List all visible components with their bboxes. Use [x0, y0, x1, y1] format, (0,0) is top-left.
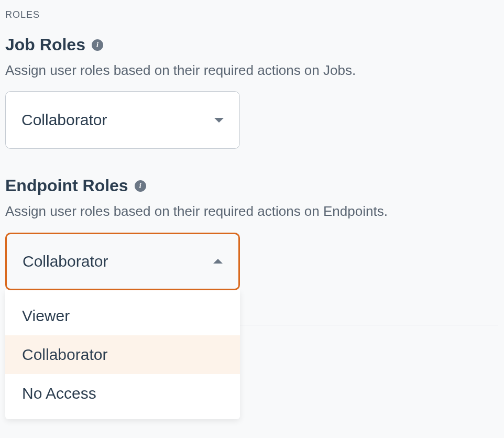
endpoint-roles-description: Assign user roles based on their require…: [5, 202, 499, 221]
job-roles-select[interactable]: Collaborator: [5, 91, 240, 149]
chevron-up-icon: [213, 259, 223, 264]
endpoint-roles-dropdown: Viewer Collaborator No Access: [5, 290, 240, 419]
chevron-down-icon: [214, 118, 224, 123]
info-icon[interactable]: i: [92, 39, 103, 51]
job-roles-heading-row: Job Roles i: [5, 35, 499, 54]
section-label: ROLES: [5, 9, 499, 20]
info-icon[interactable]: i: [135, 180, 146, 192]
job-roles-select-value: Collaborator: [21, 111, 107, 129]
dropdown-option-viewer[interactable]: Viewer: [5, 297, 240, 335]
dropdown-option-collaborator[interactable]: Collaborator: [5, 335, 240, 374]
job-roles-heading: Job Roles: [5, 35, 85, 54]
endpoint-roles-heading: Endpoint Roles: [5, 176, 128, 195]
job-roles-description: Assign user roles based on their require…: [5, 61, 499, 80]
dropdown-option-no-access[interactable]: No Access: [5, 374, 240, 413]
endpoint-roles-select[interactable]: Collaborator: [5, 233, 240, 290]
endpoint-roles-heading-row: Endpoint Roles i: [5, 176, 499, 195]
endpoint-roles-select-value: Collaborator: [23, 253, 108, 270]
